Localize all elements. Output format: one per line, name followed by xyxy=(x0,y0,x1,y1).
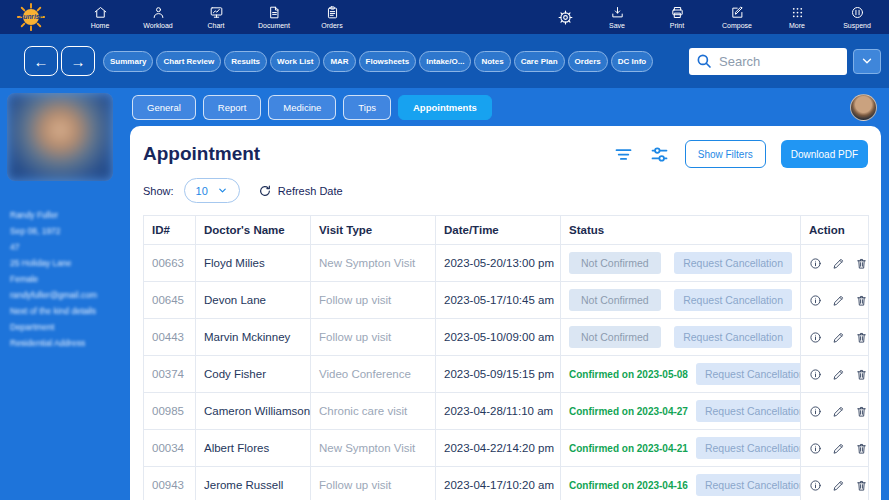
request-cancellation-button[interactable]: Request Cancellation xyxy=(696,474,801,496)
patient-sidebar: Randy FullerSep 08, 19724725 Holiday Lan… xyxy=(0,88,120,500)
page-size-value: 10 xyxy=(196,185,208,197)
search-input[interactable] xyxy=(719,54,841,69)
topaction-label: Print xyxy=(670,22,684,29)
appointment-row: 00443 Marvin Mckinney Follow up visit 20… xyxy=(144,319,869,356)
cell-id: 00985 xyxy=(144,393,196,430)
top-nav: HomeWorkloadChartDocumentOrders xyxy=(82,5,350,29)
chart-toolbar: ← → SummaryChart ReviewResultsWork ListM… xyxy=(0,34,889,88)
topnav-document[interactable]: Document xyxy=(256,5,292,29)
cell-visit-type: Follow up visit xyxy=(311,319,436,356)
subtab-report[interactable]: Report xyxy=(203,95,262,120)
edit-button[interactable] xyxy=(832,442,845,455)
chart-tab-results[interactable]: Results xyxy=(224,51,267,72)
edit-button[interactable] xyxy=(832,294,845,307)
cell-status: Confirmed on 2023-05-08 Request Cancella… xyxy=(561,356,801,393)
info-button[interactable] xyxy=(809,405,822,418)
delete-button[interactable] xyxy=(855,442,868,455)
print-icon xyxy=(670,5,685,20)
show-filters-button[interactable]: Show Filters xyxy=(685,140,766,168)
edit-button[interactable] xyxy=(832,479,845,492)
subtab-general[interactable]: General xyxy=(132,95,196,120)
back-button[interactable]: ← xyxy=(24,46,58,76)
edit-button[interactable] xyxy=(832,331,845,344)
chart-tab-flowsheets[interactable]: Flowsheets xyxy=(359,51,417,72)
request-cancellation-button[interactable]: Request Cancellation xyxy=(674,326,792,348)
info-button[interactable] xyxy=(809,479,822,492)
cell-id: 00663 xyxy=(144,245,196,282)
request-cancellation-button[interactable]: Request Cancellation xyxy=(674,289,792,311)
download-pdf-button[interactable]: Download PDF xyxy=(781,140,868,168)
info-button[interactable] xyxy=(809,294,822,307)
col-header-doctor-s-name: Doctor's Name xyxy=(196,216,311,245)
appointment-row: 00645 Devon Lane Follow up visit 2023-05… xyxy=(144,282,869,319)
history-navigation: ← → xyxy=(24,46,95,76)
info-button[interactable] xyxy=(809,331,822,344)
sort-list-button[interactable] xyxy=(613,144,634,165)
info-icon xyxy=(809,405,822,418)
request-cancellation-button[interactable]: Request Cancellation xyxy=(696,400,801,422)
refresh-date-button[interactable]: Refresh Date xyxy=(258,184,343,198)
edit-button[interactable] xyxy=(832,405,845,418)
cell-id: 00034 xyxy=(144,430,196,467)
delete-button[interactable] xyxy=(855,294,868,307)
cell-id: 00943 xyxy=(144,467,196,500)
subtab-medicine[interactable]: Medicine xyxy=(268,95,336,120)
info-icon xyxy=(809,368,822,381)
topnav-workload[interactable]: Workload xyxy=(140,5,176,29)
toolbar-expand-button[interactable] xyxy=(853,49,881,74)
topaction-more[interactable]: More xyxy=(779,5,815,29)
request-cancellation-button[interactable]: Request Cancellation xyxy=(674,252,792,274)
request-cancellation-button[interactable]: Request Cancellation xyxy=(696,437,801,459)
topnav-home[interactable]: Home xyxy=(82,5,118,29)
user-avatar[interactable] xyxy=(850,94,877,121)
topaction-suspend[interactable]: Suspend xyxy=(839,5,875,29)
patient-photo xyxy=(7,93,113,181)
chart-tab-notes[interactable]: Notes xyxy=(474,51,510,72)
topaction-print[interactable]: Print xyxy=(659,5,695,29)
orders-icon xyxy=(325,5,340,20)
topnav-orders[interactable]: Orders xyxy=(314,5,350,29)
appointment-row: 00663 Floyd Milies New Sympton Visit 202… xyxy=(144,245,869,282)
sunrise-logo[interactable]: Sunrise xyxy=(10,0,68,34)
topaction-gear[interactable] xyxy=(555,9,575,26)
cell-datetime: 2023-05-17/10:45 am xyxy=(436,282,561,319)
info-button[interactable] xyxy=(809,368,822,381)
cell-actions xyxy=(801,430,869,467)
suspend-icon xyxy=(850,5,865,20)
chart-tab-intake-o[interactable]: Intake/O... xyxy=(419,51,471,72)
info-button[interactable] xyxy=(809,442,822,455)
delete-button[interactable] xyxy=(855,368,868,381)
trash-icon xyxy=(855,479,868,492)
filter-sliders-button[interactable] xyxy=(649,144,670,165)
topnav-label: Workload xyxy=(143,22,172,29)
chart-tab-orders[interactable]: Orders xyxy=(568,51,608,72)
forward-button[interactable]: → xyxy=(61,46,95,76)
compose-icon xyxy=(730,5,745,20)
edit-icon xyxy=(832,331,845,344)
delete-button[interactable] xyxy=(855,257,868,270)
delete-button[interactable] xyxy=(855,331,868,344)
cell-status: Confirmed on 2023-04-21 Request Cancella… xyxy=(561,430,801,467)
topaction-save[interactable]: Save xyxy=(599,5,635,29)
chart-tab-summary[interactable]: Summary xyxy=(103,51,153,72)
chart-tab-mar[interactable]: MAR xyxy=(323,51,355,72)
chart-tab-work-list[interactable]: Work List xyxy=(270,51,320,72)
delete-button[interactable] xyxy=(855,405,868,418)
chart-tab-care-plan[interactable]: Care Plan xyxy=(514,51,565,72)
topnav-chart[interactable]: Chart xyxy=(198,5,234,29)
page-size-dropdown[interactable]: 10 xyxy=(184,178,240,203)
subtab-appointments[interactable]: Appointments xyxy=(398,95,492,120)
topnav-label: Document xyxy=(258,22,290,29)
topaction-compose[interactable]: Compose xyxy=(719,5,755,29)
edit-button[interactable] xyxy=(832,368,845,381)
table-body: 00663 Floyd Milies New Sympton Visit 202… xyxy=(144,245,869,500)
patient-info: Randy FullerSep 08, 19724725 Holiday Lan… xyxy=(7,207,113,351)
appointment-card: Appointment Show Filters Download PDF Sh… xyxy=(130,126,881,500)
delete-button[interactable] xyxy=(855,479,868,492)
edit-button[interactable] xyxy=(832,257,845,270)
info-button[interactable] xyxy=(809,257,822,270)
chart-tab-chart-review[interactable]: Chart Review xyxy=(156,51,221,72)
chart-tab-dc-info[interactable]: DC Info xyxy=(611,51,653,72)
subtab-tips[interactable]: Tips xyxy=(343,95,391,120)
request-cancellation-button[interactable]: Request Cancellation xyxy=(696,363,801,385)
